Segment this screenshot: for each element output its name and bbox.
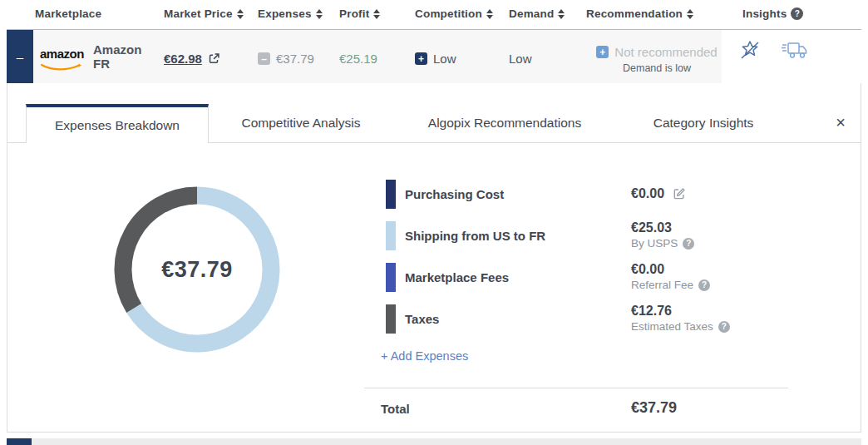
no-bestseller-icon[interactable] — [738, 38, 762, 62]
expenses-donut-chart: €37.79 — [109, 181, 285, 358]
sort-icon[interactable] — [373, 9, 380, 19]
legend-swatch — [386, 263, 396, 292]
expense-label: Taxes — [405, 312, 439, 326]
insights-cell — [722, 30, 861, 84]
amazon-smile-icon — [40, 63, 83, 72]
close-panel-icon[interactable]: × — [836, 114, 846, 131]
expense-sub-label: Referral Fee — [631, 279, 693, 291]
competition-value: Low — [433, 52, 456, 66]
tab-algopix-recommendations[interactable]: Algopix Recommendations — [393, 104, 616, 142]
marketplace-row-amazon-fr: – amazon Amazon FR €62.98 – €37.79 €25.1… — [7, 29, 861, 83]
expense-item-shipping: Shipping from US to FR €25.03 By USPS ? — [379, 218, 811, 260]
expense-label: Purchasing Cost — [405, 187, 504, 201]
next-row-expander[interactable] — [7, 438, 32, 445]
sort-icon[interactable] — [237, 9, 244, 19]
expenses-minus-icon[interactable]: – — [258, 52, 270, 65]
legend-swatch — [386, 221, 396, 250]
expenses-cell: – €37.79 — [258, 52, 314, 66]
expense-item-marketplace-fees: Marketplace Fees €0.00 Referral Fee ? — [379, 260, 811, 301]
expenses-legend: Purchasing Cost €0.00 Shipping from US t… — [379, 176, 811, 343]
amazon-logo: amazon — [40, 48, 86, 75]
expense-item-taxes: Taxes €12.76 Estimated Taxes ? — [379, 301, 811, 343]
col-header-competition[interactable]: Competition — [415, 7, 493, 20]
table-header-row: Marketplace Market Price Expenses Profit… — [0, 0, 868, 29]
col-header-insights: Insights? — [742, 7, 803, 20]
donut-center-label: €37.79 — [109, 181, 285, 358]
expense-item-purchasing-cost: Purchasing Cost €0.00 — [379, 176, 811, 218]
marketplace-name: Amazon FR — [93, 42, 141, 71]
total-label: Total — [381, 402, 410, 416]
legend-swatch — [386, 304, 396, 334]
expense-label: Shipping from US to FR — [405, 229, 545, 243]
expenses-value: €37.79 — [276, 52, 314, 66]
col-header-expenses[interactable]: Expenses — [258, 7, 323, 20]
recommendation-cell: + Not recommended Demand is low — [586, 45, 727, 74]
help-icon[interactable]: ? — [718, 321, 730, 333]
sort-icon[interactable] — [558, 9, 565, 19]
col-header-profit[interactable]: Profit — [339, 7, 380, 20]
competition-plus-icon[interactable]: + — [415, 52, 427, 65]
help-icon[interactable]: ? — [683, 238, 694, 250]
external-link-icon[interactable] — [208, 52, 220, 65]
total-divider — [364, 388, 788, 388]
tab-category-insights[interactable]: Category Insights — [616, 104, 791, 142]
col-header-market-price[interactable]: Market Price — [164, 7, 244, 20]
collapse-row-button[interactable]: – — [7, 30, 33, 84]
tab-bar: Expenses Breakdown Competitive Analysis … — [7, 104, 861, 143]
col-header-demand[interactable]: Demand — [509, 7, 565, 20]
edit-icon[interactable] — [673, 187, 686, 200]
expense-sub-label: Estimated Taxes — [631, 320, 713, 333]
recommendation-plus-icon[interactable]: + — [596, 46, 609, 58]
help-icon[interactable]: ? — [698, 279, 710, 291]
expense-value: €25.03 — [631, 220, 672, 235]
sort-icon[interactable] — [316, 9, 323, 19]
col-header-recommendation[interactable]: Recommendation — [586, 7, 693, 20]
tab-competitive-analysis[interactable]: Competitive Analysis — [209, 104, 393, 142]
competition-cell: + Low — [415, 52, 456, 66]
total-value: €37.79 — [631, 399, 677, 417]
profit-cell: €25.19 — [339, 52, 377, 66]
help-icon[interactable]: ? — [791, 7, 803, 20]
expenses-breakdown-panel: Expenses Breakdown Competitive Analysis … — [7, 83, 861, 433]
demand-value: Low — [509, 52, 532, 66]
legend-swatch — [386, 180, 396, 209]
col-header-marketplace: Marketplace — [35, 7, 101, 20]
market-price-link[interactable]: €62.98 — [164, 52, 202, 66]
market-price-cell: €62.98 — [164, 52, 220, 66]
shipping-truck-icon[interactable] — [782, 40, 808, 62]
profit-value: €25.19 — [339, 52, 377, 66]
expense-label: Marketplace Fees — [405, 270, 509, 284]
sort-icon[interactable] — [687, 9, 693, 19]
sort-icon[interactable] — [486, 9, 493, 19]
tab-expenses-breakdown[interactable]: Expenses Breakdown — [26, 104, 209, 143]
expense-value: €12.76 — [631, 304, 672, 319]
expense-value: €0.00 — [631, 262, 664, 277]
algopix-marketplace-table: Marketplace Market Price Expenses Profit… — [0, 0, 868, 445]
expense-sub-label: By USPS — [631, 237, 678, 250]
next-table-row-partial — [7, 438, 861, 445]
expense-value: €0.00 — [631, 186, 664, 201]
add-expenses-link[interactable]: + Add Expenses — [381, 349, 468, 363]
recommendation-value: Not recommended — [614, 45, 717, 59]
demand-cell: Low — [509, 52, 532, 66]
recommendation-note: Demand is low — [586, 62, 727, 74]
